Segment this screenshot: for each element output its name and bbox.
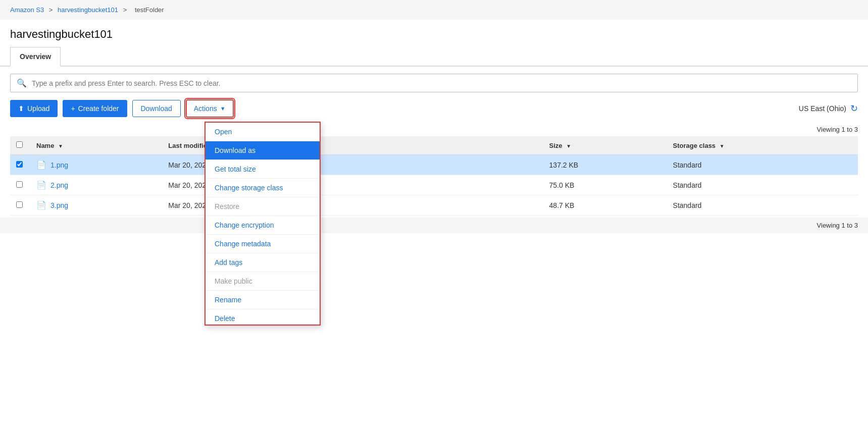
download-button[interactable]: Download xyxy=(132,100,181,117)
breadcrumb-folder: testFolder xyxy=(135,6,164,14)
upload-button[interactable]: ⬆ Upload xyxy=(10,100,58,117)
upload-label: Upload xyxy=(27,104,49,113)
row-storage-3: Standard xyxy=(667,195,858,216)
create-folder-button[interactable]: + Create folder xyxy=(63,100,127,117)
storage-sort-icon: ▼ xyxy=(720,143,725,149)
file-label-3: 3.png xyxy=(50,201,68,209)
chevron-down-icon: ▼ xyxy=(220,105,226,112)
row-size-3: 48.7 KB xyxy=(543,195,667,216)
page-title: harvestingbucket101 xyxy=(0,20,868,47)
dropdown-item-change-encryption[interactable]: Change encryption xyxy=(206,216,320,235)
dropdown-item-change-storage-class[interactable]: Change storage class xyxy=(206,179,320,197)
file-label-1: 1.png xyxy=(50,161,68,169)
viewing-bottom-label: Viewing 1 to 3 xyxy=(0,218,868,233)
select-all-checkbox[interactable] xyxy=(16,141,23,148)
row-name-cell: 📄 3.png xyxy=(30,195,162,216)
row-size-1: 137.2 KB xyxy=(543,155,667,175)
row-checkbox-cell[interactable] xyxy=(10,155,30,175)
actions-button[interactable]: Actions ▼ xyxy=(186,99,234,118)
dropdown-item-delete[interactable]: Delete xyxy=(206,309,320,325)
dropdown-item-get-total-size[interactable]: Get total size xyxy=(206,160,320,179)
file-label-2: 2.png xyxy=(50,181,68,189)
row-checkbox-2[interactable] xyxy=(16,181,23,188)
breadcrumb: Amazon S3 > harvestingbucket101 > testFo… xyxy=(0,0,868,20)
search-input[interactable] xyxy=(32,79,851,87)
table-row[interactable]: 📄 3.png Mar 20, 2020 4:13:37 AM GMT-0400… xyxy=(10,195,858,216)
file-name-2[interactable]: 📄 2.png xyxy=(36,180,156,190)
breadcrumb-sep-2: > xyxy=(123,6,127,14)
name-sort-icon: ▼ xyxy=(58,143,63,149)
breadcrumb-sep-1: > xyxy=(49,6,53,14)
upload-icon: ⬆ xyxy=(18,104,24,113)
row-name-cell: 📄 2.png xyxy=(30,175,162,195)
header-storage-class[interactable]: Storage class ▼ xyxy=(667,136,858,155)
viewing-top-label: Viewing 1 to 3 xyxy=(10,123,858,136)
breadcrumb-amazon-s3[interactable]: Amazon S3 xyxy=(10,6,44,14)
dropdown-item-rename[interactable]: Rename xyxy=(206,291,320,309)
dropdown-item-open[interactable]: Open xyxy=(206,123,320,141)
file-name-1[interactable]: 📄 1.png xyxy=(36,160,156,170)
files-table: Name ▼ Last modified ▼ Size ▼ Storage cl… xyxy=(10,136,858,216)
row-checkbox-3[interactable] xyxy=(16,201,23,208)
row-checkbox-cell[interactable] xyxy=(10,175,30,195)
dropdown-item-make-public: Make public xyxy=(206,272,320,291)
actions-dropdown: Open Download as Get total size Change s… xyxy=(205,122,321,326)
row-checkbox-cell[interactable] xyxy=(10,195,30,216)
header-name[interactable]: Name ▼ xyxy=(30,136,162,155)
file-icon-3: 📄 xyxy=(36,200,46,210)
page-wrapper: Amazon S3 > harvestingbucket101 > testFo… xyxy=(0,0,868,429)
dropdown-scroll[interactable]: Open Download as Get total size Change s… xyxy=(206,123,320,325)
table-row[interactable]: 📄 1.png Mar 20, 2020 4:13:37 AM GMT-0400… xyxy=(10,155,858,175)
breadcrumb-bucket[interactable]: harvestingbucket101 xyxy=(58,6,118,14)
dropdown-item-add-tags[interactable]: Add tags xyxy=(206,253,320,272)
plus-icon: + xyxy=(71,104,75,113)
file-icon-1: 📄 xyxy=(36,160,46,170)
dropdown-item-restore: Restore xyxy=(206,197,320,216)
tab-overview[interactable]: Overview xyxy=(10,47,61,67)
row-checkbox-1[interactable] xyxy=(16,161,23,168)
refresh-icon[interactable]: ↻ xyxy=(850,103,858,114)
region-text: US East (Ohio) xyxy=(799,104,846,113)
create-folder-label: Create folder xyxy=(78,104,119,113)
region-label: US East (Ohio) ↻ xyxy=(799,103,858,114)
actions-label: Actions xyxy=(194,104,217,113)
dropdown-item-download-as[interactable]: Download as xyxy=(206,141,320,160)
file-name-3[interactable]: 📄 3.png xyxy=(36,200,156,210)
toolbar: ⬆ Upload + Create folder Download Action… xyxy=(0,99,868,123)
row-size-2: 75.0 KB xyxy=(543,175,667,195)
row-storage-2: Standard xyxy=(667,175,858,195)
table-row[interactable]: 📄 2.png Mar 20, 2020 4:13:37 AM GMT-0400… xyxy=(10,175,858,195)
header-checkbox[interactable] xyxy=(10,136,30,155)
search-icon: 🔍 xyxy=(17,78,27,88)
search-bar: 🔍 xyxy=(10,74,858,92)
size-sort-icon: ▼ xyxy=(566,143,571,149)
table-container: Viewing 1 to 3 Name ▼ Last modified ▼ Si… xyxy=(0,123,868,216)
tabs-bar: Overview xyxy=(0,47,868,67)
table-header-row: Name ▼ Last modified ▼ Size ▼ Storage cl… xyxy=(10,136,858,155)
file-icon-2: 📄 xyxy=(36,180,46,190)
dropdown-item-change-metadata[interactable]: Change metadata xyxy=(206,235,320,253)
row-storage-1: Standard xyxy=(667,155,858,175)
header-size[interactable]: Size ▼ xyxy=(543,136,667,155)
row-name-cell: 📄 1.png xyxy=(30,155,162,175)
